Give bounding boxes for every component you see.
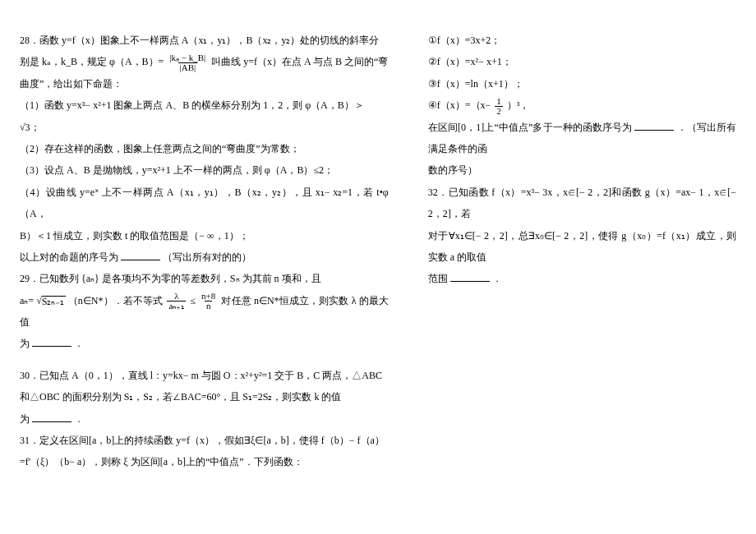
text: ． [492, 273, 502, 284]
text: 别是 kₐ，k_B，规定 φ（A，B）= [20, 56, 164, 67]
q32-line3: 范围 ． [428, 268, 736, 289]
numerator: n+8 [200, 292, 217, 301]
text: 为 [20, 338, 30, 349]
text: 在区间[0，1]上“中值点”多于一种的函数序号为 [428, 122, 633, 133]
sqrt-arg: S₂ₙ₋₁ [42, 296, 66, 306]
text: ）³， [507, 99, 530, 111]
fraction-n8: n+8 n [200, 292, 217, 311]
q30-line3: 为 ． [20, 408, 389, 430]
q30-line1: 30．已知点 A（0，1），直线 l：y=kx− m 与圆 O：x²+y²=1 … [20, 365, 389, 386]
q29-line1: 29．已知数列 {aₙ} 是各项均不为零的等差数列，Sₙ 为其前 n 项和，且 [20, 268, 389, 289]
q28-item1b: √3； [20, 117, 389, 138]
q29-line2: aₙ= S₂ₙ₋₁ （n∈N*）．若不等式 λ aₙ₊₁ ≤ n+8 n 对任意… [20, 290, 389, 334]
q28-line2: 别是 kₐ，k_B，规定 φ（A，B）= |kₐ − k_B| |AB| 叫曲线… [20, 51, 389, 72]
blank-input[interactable] [634, 121, 674, 131]
text: aₙ= [20, 295, 34, 306]
text: ． [74, 413, 84, 425]
fn2: ②f（x）=x²− x+1； [428, 51, 736, 72]
q28-line3: 曲度”，给出如下命题： [20, 73, 389, 94]
q28-line1: 28．函数 y=f（x）图象上不一样两点 A（x₁，y₁），B（x₂，y₂）处的… [20, 30, 389, 51]
q28-item4b: B）＜1 恒成立，则实数 t 的取值范围是（− ∞，1）； [20, 225, 389, 246]
numerator: λ [173, 292, 180, 301]
text: 以上对的命题的序号为 [20, 251, 118, 263]
text: （n∈N*）．若不等式 [68, 295, 164, 306]
q32-line2: 对于∀x₁∈[− 2，2]，总∃x₀∈[− 2，2]，使得 g（x₀）=f（x₁… [428, 225, 736, 269]
denominator: aₙ₊₁ [167, 301, 186, 311]
text: ≤ [190, 295, 196, 306]
q28-item3: （3）设点 A、B 是抛物线，y=x²+1 上不一样的两点，则 φ（A，B）≤2… [20, 159, 389, 181]
q28-item2: （2）存在这样的函数，图象上任意两点之间的“弯曲度”为常数； [20, 138, 389, 159]
fraction-half: 1 2 [495, 97, 503, 116]
text: ④f（x）=（x− [428, 99, 491, 111]
q29-line3: 为 ． [20, 333, 389, 354]
blank-input[interactable] [450, 272, 490, 282]
blank-input[interactable] [32, 412, 71, 422]
blank-input[interactable] [121, 251, 160, 260]
text: 范围 [428, 273, 448, 284]
text: 叫曲线 y=f（x）在点 A 与点 B 之间的“弯 [211, 56, 388, 67]
spacer [20, 355, 389, 365]
fn4: ④f（x）=（x− 1 2 ）³， [428, 94, 736, 116]
q31-line2: =f'（ξ）（b− a），则称 ξ 为区间[a，b]上的“中值点”．下列函数： [20, 451, 389, 472]
numerator: |kₐ − k_B| [168, 53, 207, 62]
fraction-lambda: λ aₙ₊₁ [167, 292, 186, 311]
q31b-line1: 在区间[0，1]上“中值点”多于一种的函数序号为 ．（写出所有满足条件的函 [428, 117, 736, 160]
denominator: |AB| [178, 62, 198, 72]
fn1: ①f（x）=3x+2； [428, 30, 736, 51]
sqrt: S₂ₙ₋₁ [36, 296, 65, 306]
text: ． [74, 338, 84, 349]
blank-input[interactable] [32, 337, 71, 347]
text: （写出所有对的的） [163, 251, 251, 263]
q31-line1: 31．定义在区间[a，b]上的持续函数 y=f（x），假如∃ξ∈[a，b]，使得… [20, 430, 389, 451]
q28-answer-line: 以上对的命题的序号为 （写出所有对的的） [20, 246, 389, 268]
text: 为 [20, 413, 30, 425]
q30-line2: 和△OBC 的面积分别为 S₁，S₂，若∠BAC=60°，且 S₁=2S₂，则实… [20, 386, 389, 407]
fn3: ③f（x）=ln（x+1）； [428, 73, 736, 94]
q31b-line2: 数的序号） [428, 159, 736, 181]
fraction-phi: |kₐ − k_B| |AB| [168, 53, 207, 72]
q28-item1: （1）函数 y=x³− x²+1 图象上两点 A、B 的横坐标分别为 1，2，则… [20, 94, 389, 116]
numerator: 1 [495, 97, 503, 106]
denominator: 2 [495, 106, 503, 116]
denominator: n [205, 301, 213, 311]
q28-item4a: （4）设曲线 y=eˣ 上不一样两点 A（x₁，y₁），B（x₂，y₂），且 x… [20, 182, 389, 225]
q32-line1: 32．已知函数 f（x）=x³− 3x，x∈[− 2，2]和函数 g（x）=ax… [428, 182, 736, 225]
